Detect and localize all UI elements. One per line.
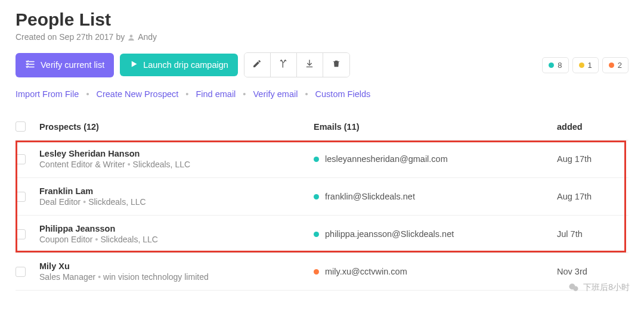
icon-button-group xyxy=(244,52,350,77)
separator: • xyxy=(243,89,246,99)
created-date: Sep 27th 2017 xyxy=(59,32,113,42)
prospect-email: philippa.jeansson@Slickdeals.net xyxy=(325,229,454,239)
status-group: 8 1 2 xyxy=(542,57,628,73)
prospect-email: franklin@Slickdeals.net xyxy=(325,192,415,201)
header-emails: Emails (11) xyxy=(314,122,557,132)
link-find[interactable]: Find email xyxy=(196,89,236,99)
status-orange-count: 2 xyxy=(618,61,622,70)
header-checkbox-col xyxy=(16,121,39,132)
added-date: Nov 3rd xyxy=(557,267,628,276)
merge-icon xyxy=(278,59,288,71)
action-row: Verify current list Launch drip campaign xyxy=(16,52,628,77)
table-row[interactable]: Lesley Sheridan Hanson Content Editor & … xyxy=(16,141,628,178)
page-title: People List xyxy=(16,10,628,30)
created-prefix: Created on xyxy=(16,32,57,42)
svg-point-8 xyxy=(573,286,578,291)
delete-button[interactable] xyxy=(323,53,349,77)
email-status-dot-icon xyxy=(314,157,319,162)
link-create[interactable]: Create New Prospect xyxy=(96,89,178,99)
author-name: Andy xyxy=(138,32,157,42)
row-checkbox[interactable] xyxy=(16,154,26,164)
wechat-icon xyxy=(568,282,580,294)
table-row[interactable]: Philippa Jeansson Coupon Editor•Slickdea… xyxy=(16,216,628,253)
dot-green-icon xyxy=(549,63,554,68)
prospect-position: Sales Manager xyxy=(39,272,95,282)
prospect-name: Lesley Sheridan Hanson xyxy=(39,149,314,158)
email-status-dot-icon xyxy=(314,232,319,237)
dot-yellow-icon xyxy=(579,63,584,68)
email-status-dot-icon xyxy=(314,269,319,275)
verify-list-label: Verify current list xyxy=(41,60,104,70)
play-icon xyxy=(129,60,138,70)
status-chip-yellow[interactable]: 1 xyxy=(572,57,599,73)
user-icon xyxy=(127,32,135,42)
header-prospects: Prospects (12) xyxy=(39,122,314,132)
row-checkbox[interactable] xyxy=(16,229,26,239)
prospect-company: Slickdeals, LLC xyxy=(88,197,146,207)
added-date: Aug 17th xyxy=(557,154,628,164)
select-all-checkbox[interactable] xyxy=(16,121,26,132)
launch-campaign-button[interactable]: Launch drip campaign xyxy=(120,54,238,76)
svg-marker-4 xyxy=(132,61,137,67)
row-checkbox[interactable] xyxy=(16,192,26,202)
added-date: Jul 7th xyxy=(557,229,628,239)
merge-button[interactable] xyxy=(271,53,297,77)
dot-orange-icon xyxy=(609,63,614,68)
separator: • xyxy=(86,89,89,99)
prospect-position: Deal Editor xyxy=(39,197,80,207)
download-icon xyxy=(305,59,314,71)
prospect-subtitle: Deal Editor•Slickdeals, LLC xyxy=(39,197,314,207)
separator: • xyxy=(185,89,188,99)
watermark: 下班后8小时 xyxy=(568,282,630,294)
trash-icon xyxy=(332,59,341,71)
prospect-subtitle: Content Editor & Writer•Slickdeals, LLC xyxy=(39,160,314,169)
header-added: added xyxy=(557,122,628,132)
verify-list-button[interactable]: Verify current list xyxy=(16,53,114,77)
added-date: Aug 17th xyxy=(557,192,628,201)
separator: • xyxy=(305,89,308,99)
prospect-company: win vision technology limited xyxy=(103,272,209,282)
links-row: Import From File • Create New Prospect •… xyxy=(16,89,628,99)
prospect-subtitle: Coupon Editor•Slickdeals, LLC xyxy=(39,235,314,244)
prospect-company: Slickdeals, LLC xyxy=(133,160,191,169)
status-green-count: 8 xyxy=(558,61,562,70)
link-import[interactable]: Import From File xyxy=(16,89,79,99)
created-by-word: by xyxy=(116,32,125,42)
row-checkbox[interactable] xyxy=(16,267,26,277)
link-custom[interactable]: Custom Fields xyxy=(315,89,371,99)
table-row[interactable]: Mily Xu Sales Manager•win vision technol… xyxy=(16,253,628,291)
launch-campaign-label: Launch drip campaign xyxy=(143,60,228,70)
link-verify[interactable]: Verify email xyxy=(253,89,298,99)
page-subtitle: Created on Sep 27th 2017 by Andy xyxy=(16,32,628,42)
email-status-dot-icon xyxy=(314,194,319,199)
edit-button[interactable] xyxy=(244,53,271,77)
prospect-subtitle: Sales Manager•win vision technology limi… xyxy=(39,272,314,282)
prospect-position: Content Editor & Writer xyxy=(39,160,125,169)
status-chip-orange[interactable]: 2 xyxy=(602,57,628,73)
pencil-icon xyxy=(252,59,262,71)
prospect-name: Philippa Jeansson xyxy=(39,224,314,233)
prospect-email: mily.xu@cctvwin.com xyxy=(325,267,407,276)
status-chip-green[interactable]: 8 xyxy=(542,57,568,73)
prospect-name: Franklin Lam xyxy=(39,186,314,196)
prospect-email: lesleyannesheridan@gmail.com xyxy=(325,154,448,164)
table-row[interactable]: Franklin Lam Deal Editor•Slickdeals, LLC… xyxy=(16,178,628,216)
prospect-name: Mily Xu xyxy=(39,261,314,271)
prospect-position: Coupon Editor xyxy=(39,235,93,244)
list-check-icon xyxy=(25,59,36,71)
table-body: Lesley Sheridan Hanson Content Editor & … xyxy=(16,141,628,291)
prospect-company: Slickdeals, LLC xyxy=(100,235,158,244)
svg-point-0 xyxy=(130,35,133,38)
status-yellow-count: 1 xyxy=(588,61,592,70)
watermark-text: 下班后8小时 xyxy=(583,282,630,293)
table-header: Prospects (12) Emails (11) added xyxy=(16,116,628,141)
download-button[interactable] xyxy=(297,53,323,77)
